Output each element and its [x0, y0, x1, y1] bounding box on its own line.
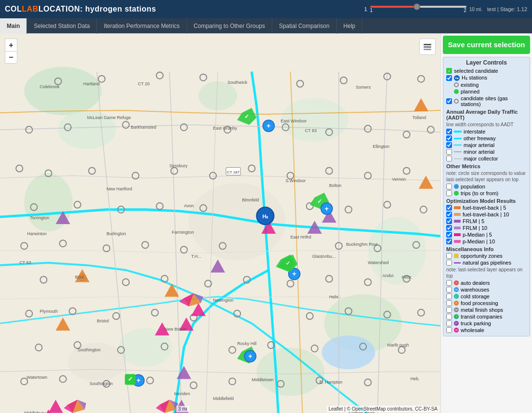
svg-text:S.Windsor: S.Windsor: [286, 178, 306, 183]
layer-switcher-button[interactable]: [419, 39, 436, 55]
svg-text:E. Hampton: E. Hampton: [319, 380, 343, 385]
auto-dealers-icon: A: [454, 280, 459, 285]
major-arterial-checkbox[interactable]: [446, 142, 452, 148]
layer-label-planned: planned: [461, 89, 479, 94]
svg-text:+: +: [293, 270, 296, 278]
svg-text:Middlefield: Middlefield: [213, 396, 234, 401]
svg-text:+: +: [266, 122, 270, 130]
svg-point-1: [24, 67, 102, 115]
major-collector-checkbox[interactable]: [446, 156, 452, 161]
truck-parking-checkbox[interactable]: [446, 320, 452, 326]
tab-comparing[interactable]: Comparing to Other Groups: [187, 18, 272, 34]
other-metrics-subtitle: note: circle size corresponds to valuela…: [446, 170, 527, 183]
tab-iteration[interactable]: Iteration Performance Metrics: [97, 18, 186, 34]
tab-main[interactable]: Main: [0, 18, 27, 34]
svg-text:Farmington: Farmington: [172, 230, 194, 235]
other-freeway-checkbox[interactable]: [446, 135, 452, 141]
layer-label-warehouses: warehouses: [461, 287, 489, 293]
wholesale-checkbox[interactable]: [446, 327, 452, 333]
pmedian-5-checkbox[interactable]: [446, 232, 452, 238]
warehouses-checkbox[interactable]: [446, 287, 452, 293]
interstate-checkbox[interactable]: [446, 129, 452, 134]
svg-text:Brstl.: Brstl.: [75, 275, 85, 280]
svg-text:Newington: Newington: [213, 298, 234, 303]
layer-label-wholesale: wholesale: [461, 327, 484, 333]
svg-text:Somers: Somers: [356, 85, 371, 90]
layer-transit: T transit companies: [446, 314, 527, 320]
frlm-10-checkbox[interactable]: [446, 225, 452, 231]
frlm-5-icon: [454, 220, 461, 223]
layer-candidate-sites: candidate sites (gas stations): [446, 95, 527, 107]
svg-text:✓: ✓: [244, 113, 249, 120]
title-col: COL: [5, 5, 22, 13]
population-checkbox[interactable]: [446, 184, 452, 189]
candidate-sites-checkbox[interactable]: [446, 98, 452, 104]
opportunity-zones-icon: [454, 253, 459, 258]
pmedian-10-checkbox[interactable]: [446, 239, 452, 244]
save-selection-button[interactable]: Save current selection: [443, 36, 530, 54]
title-loc: LOCATION: hydrogen stations: [39, 5, 156, 13]
layer-h2-stations: H₂ H₂ stations: [446, 75, 527, 81]
tab-spatial[interactable]: Spatial Comparison: [272, 18, 337, 34]
map-container[interactable]: ✓ ✓ ✓ ✓ H₂ H₂ + +: [0, 34, 440, 413]
layer-label-cold-storage: cold storage: [461, 293, 490, 299]
layer-label-transit: transit companies: [461, 314, 502, 320]
layer-label-h2-stations: H₂ stations: [462, 75, 487, 81]
zoom-in-button[interactable]: +: [5, 39, 17, 51]
map-attribution: Leaflet | © OpenStreetMap contributors, …: [327, 406, 439, 412]
svg-text:Plymouth: Plymouth: [40, 309, 58, 314]
layer-other-freeway: other freeway: [446, 135, 527, 141]
metal-finish-checkbox[interactable]: [446, 307, 452, 313]
layer-metal-finish: M metal finish shops: [446, 307, 527, 313]
cold-storage-checkbox[interactable]: [446, 293, 452, 299]
layer-label-food-processing: food processing: [461, 300, 498, 306]
pmedian-5-icon: [454, 233, 461, 236]
layer-label-fuel-travel-5: fuel-travel-back | 5: [463, 205, 506, 211]
layer-controls-panel: Layer Controls ✓ selected candidate H₂ H…: [443, 57, 530, 336]
fuel-travel-10-checkbox[interactable]: [446, 212, 452, 217]
h2-stations-checkbox[interactable]: [446, 75, 452, 81]
svg-text:New Britain: New Britain: [164, 327, 186, 332]
tab-help[interactable]: Help: [337, 18, 363, 34]
layer-wholesale: W wholesale: [446, 327, 527, 333]
zoom-out-button[interactable]: −: [5, 51, 17, 64]
frlm-10-icon: [454, 226, 461, 229]
svg-text:CT 63: CT 63: [19, 260, 31, 265]
food-processing-checkbox[interactable]: [446, 300, 452, 306]
layer-frlm-10: FRLM | 10: [446, 225, 527, 231]
fuel-travel-5-checkbox[interactable]: [446, 205, 452, 211]
minor-arterial-checkbox[interactable]: [446, 149, 452, 155]
svg-text:CT 187: CT 187: [227, 170, 240, 174]
svg-text:New Hartford: New Hartford: [106, 187, 132, 191]
svg-text:✓: ✓: [286, 260, 290, 266]
map-svg: ✓ ✓ ✓ ✓ H₂ H₂ + +: [0, 34, 440, 413]
tab-station-data[interactable]: Selected Station Data: [27, 18, 97, 34]
svg-text:T.H...: T.H...: [191, 254, 201, 259]
layer-frlm-5: FRLM | 5: [446, 218, 527, 224]
layer-interstate: interstate: [446, 129, 527, 134]
optimization-title: Optimization Model Results: [446, 198, 527, 204]
aadt-subtitle: line width corresponds to AADT: [446, 121, 527, 128]
scale-info: 10 mi.: [469, 7, 482, 12]
frlm-5-checkbox[interactable]: [446, 218, 452, 224]
stage-slider-area: 1 1 2 10 mi.: [364, 6, 482, 13]
auto-dealers-checkbox[interactable]: [446, 280, 452, 286]
layer-label-interstate: interstate: [464, 129, 485, 134]
natural-gas-checkbox[interactable]: [446, 260, 452, 266]
layer-existing: existing: [454, 82, 527, 88]
layer-label-frlm-10: FRLM | 10: [463, 225, 487, 231]
layer-fuel-travel-10: fuel-travel-back | 10: [446, 212, 527, 217]
layer-cold-storage: C cold storage: [446, 293, 527, 299]
slider-label-1: 1: [364, 6, 367, 12]
transit-checkbox[interactable]: [446, 314, 452, 320]
svg-text:Ellington: Ellington: [372, 144, 389, 149]
wholesale-icon: W: [454, 328, 459, 333]
trips-checkbox[interactable]: [446, 190, 452, 196]
svg-text:CT 20: CT 20: [138, 81, 149, 86]
svg-text:Hebr.: Hebr.: [402, 275, 412, 280]
layer-natural-gas: natural gas pipelines: [446, 260, 527, 266]
svg-text:Harwinton: Harwinton: [27, 231, 47, 236]
layer-label-fuel-travel-10: fuel-travel-back | 10: [463, 212, 509, 217]
opportunity-zones-checkbox[interactable]: [446, 253, 452, 259]
svg-text:Torrington: Torrington: [30, 215, 49, 220]
